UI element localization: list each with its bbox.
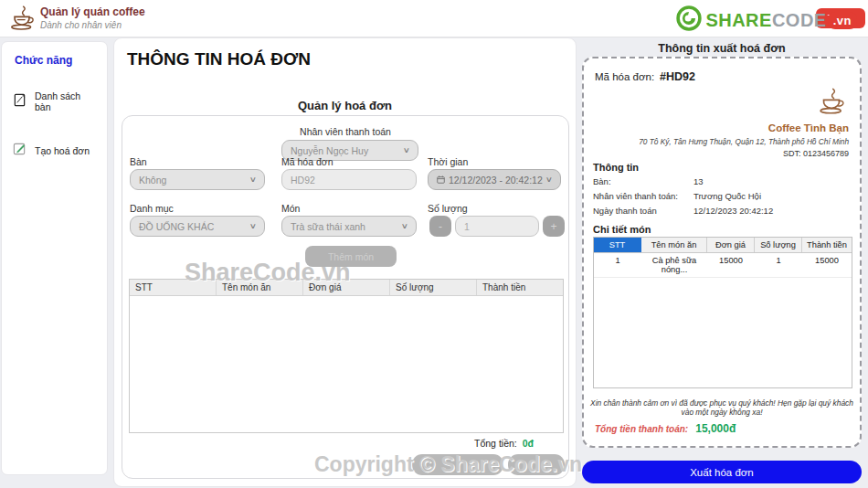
- receipt-info-row-date: Ngày thanh toán 12/12/2023 20:42:12: [593, 206, 657, 216]
- receipt-invoice-code: #HD92: [660, 70, 695, 83]
- sidebar-item-label: Danh sách bàn: [35, 90, 96, 112]
- table-select-value: Không: [139, 175, 166, 186]
- chevron-down-icon: ∨: [401, 222, 408, 230]
- sharecode-vn-badge: .vn: [828, 12, 857, 29]
- info-value: 13: [693, 176, 704, 186]
- cashier-select-value: Nguyễn Ngọc Huy: [291, 145, 368, 156]
- form-action-button-2[interactable]: [508, 454, 565, 475]
- col-header-thanh-tien[interactable]: Thành tiền: [477, 280, 563, 295]
- add-dish-button[interactable]: Thêm món: [305, 246, 397, 267]
- create-invoice-pencil-icon: [13, 142, 26, 159]
- table-select[interactable]: Không ∨: [130, 169, 265, 190]
- cell-ten-mon-an: Cà phê sữa nóng...: [641, 253, 707, 277]
- col-header-stt[interactable]: STT: [130, 280, 217, 295]
- receipt-coffee-cup-icon: [816, 86, 847, 121]
- info-label: Nhân viên thanh toán:: [593, 191, 678, 201]
- receipt-grand-total: Tổng tiền thanh toán:15,000đ: [595, 422, 736, 435]
- receipt-preview: Mã hóa đơn:#HD92 Coffee Tình Bạn 70 Tô K…: [582, 57, 862, 448]
- top-bar: Quản lý quán coffee Dành cho nhân viên T…: [0, 0, 868, 37]
- info-value: Trương Quốc Hội: [693, 191, 761, 201]
- invoice-items-table-header: STT Tên món ăn Đơn giá Số lượng Thành ti…: [130, 280, 563, 296]
- receipt-invoice-line: Mã hóa đơn:#HD92: [595, 70, 695, 83]
- invoice-info-panel: THÔNG TIN HOÁ ĐƠN Quản lý hoá đơn Nhân v…: [113, 37, 577, 487]
- receipt-info-row-cashier: Nhân viên thanh toán: Trương Quốc Hội: [593, 191, 678, 201]
- col-header-so-luong[interactable]: Số lượng: [390, 280, 477, 295]
- sharecode-logo[interactable]: SHARECODE.vn: [675, 5, 857, 36]
- time-label: Thời gian: [428, 156, 468, 167]
- form-action-button-1[interactable]: [412, 454, 503, 475]
- sidebar-item-tao-hoa-don[interactable]: Tạo hoá đơn: [2, 127, 107, 174]
- quantity-plus-button[interactable]: +: [543, 216, 565, 237]
- sidebar-heading: Chức năng: [2, 42, 107, 76]
- col-header-don-gia[interactable]: Đơn giá: [707, 238, 755, 252]
- col-header-thanh-tien[interactable]: Thành tiền: [802, 238, 852, 252]
- sharecode-code-text: CODE: [772, 10, 827, 31]
- receipt-info-heading: Thông tin: [593, 162, 639, 173]
- receipt-detail-heading: Chi tiết món: [593, 224, 651, 235]
- receipt-panel-title: Thông tin xuất hoá đơn: [580, 42, 863, 55]
- quantity-label: Số lượng: [428, 203, 468, 214]
- chevron-down-icon: ∨: [403, 146, 410, 154]
- cell-stt: 1: [594, 253, 641, 277]
- calendar-icon: [437, 175, 445, 186]
- app-subtitle: Dành cho nhân viên: [40, 20, 145, 30]
- grand-total-value: 15,000đ: [695, 422, 736, 435]
- export-invoice-button[interactable]: Xuất hóa đơn: [582, 461, 862, 483]
- category-select[interactable]: ĐỒ UỐNG KHÁC ∨: [130, 216, 265, 237]
- sidebar-item-label: Tạo hoá đơn: [35, 145, 90, 156]
- col-header-don-gia[interactable]: Đơn giá: [303, 280, 390, 295]
- form-section-title: Quản lý hoá đơn: [114, 99, 576, 112]
- dish-select-value: Trà sữa thái xanh: [291, 221, 365, 232]
- grand-total-label: Tổng tiền thanh toán:: [595, 424, 688, 434]
- receipt-invoice-label: Mã hóa đơn:: [595, 71, 654, 82]
- invoice-items-table: STT Tên món ăn Đơn giá Số lượng Thành ti…: [129, 279, 564, 433]
- chevron-down-icon: ∨: [249, 222, 257, 230]
- sharecode-share-text: SHARE: [705, 10, 772, 31]
- app-title: Quản lý quán coffee: [40, 5, 145, 18]
- total-row: Tổng tiền:0đ: [474, 438, 534, 449]
- table-label: Bàn: [130, 156, 147, 167]
- time-value: 12/12/2023 - 20:42:12: [449, 175, 543, 186]
- sidebar-item-danh-sach-ban[interactable]: Danh sách bàn: [2, 76, 107, 127]
- time-picker[interactable]: 12/12/2023 - 20:42:12 ∨: [428, 169, 561, 190]
- total-label: Tổng tiền:: [474, 438, 517, 449]
- info-label: Ngày thanh toán: [593, 206, 657, 216]
- sidebar: Chức năng Danh sách bàn Tạo hoá đơn: [1, 41, 108, 475]
- shop-phone: SDT: 0123456789: [783, 149, 849, 158]
- invoice-form: Nhân viên thanh toán Nguyễn Ngọc Huy ∨ B…: [122, 115, 569, 479]
- chevron-down-icon: ∨: [249, 175, 257, 184]
- sharecode-logo-icon: [675, 5, 703, 36]
- category-label: Danh mục: [130, 203, 174, 214]
- info-value: 12/12/2023 20:42:12: [693, 206, 773, 216]
- coffee-cup-icon: [7, 4, 37, 37]
- invoice-code-label: Mã hóa đơn: [281, 156, 333, 167]
- col-header-ten-mon-an[interactable]: Tên món ăn: [217, 280, 303, 295]
- chevron-down-icon: ∨: [545, 175, 553, 184]
- dish-select[interactable]: Trà sữa thái xanh ∨: [281, 216, 417, 237]
- info-label: Bàn:: [593, 176, 611, 186]
- receipt-detail-table-row[interactable]: 1 Cà phê sữa nóng... 15000 1 15000: [594, 253, 852, 278]
- invoice-code-value: HD92: [291, 175, 315, 186]
- receipt-thanks-message: Xin chân thành cảm ơn vì đã được phục vụ…: [589, 398, 854, 417]
- cell-so-luong: 1: [755, 253, 802, 277]
- col-header-so-luong[interactable]: Số lượng: [755, 238, 802, 252]
- receipt-detail-table-header: STT Tên món ăn Đơn giá Số lượng Thành ti…: [594, 238, 852, 253]
- cell-thanh-tien: 15000: [802, 253, 852, 277]
- col-header-stt[interactable]: STT: [594, 238, 641, 252]
- quantity-minus-button[interactable]: -: [429, 216, 451, 237]
- col-header-ten-mon-an[interactable]: Tên món ăn: [641, 238, 707, 252]
- total-value: 0đ: [523, 438, 534, 449]
- category-select-value: ĐỒ UỐNG KHÁC: [139, 221, 214, 232]
- table-list-icon: [13, 93, 26, 111]
- shop-name: Coffee Tình Bạn: [768, 122, 849, 133]
- quantity-value: 1: [464, 221, 470, 232]
- receipt-detail-table: STT Tên món ăn Đơn giá Số lượng Thành ti…: [593, 237, 852, 388]
- shop-address: 70 Tô Ký, Tân Hưng Thuận, Quận 12, Thành…: [639, 137, 849, 146]
- dish-label: Món: [281, 203, 300, 214]
- page-title: THÔNG TIN HOÁ ĐƠN: [127, 49, 311, 69]
- cashier-label: Nhân viên thanh toán: [122, 126, 568, 137]
- invoice-code-input[interactable]: HD92: [281, 169, 417, 190]
- quantity-input[interactable]: 1: [455, 216, 539, 237]
- receipt-info-row-table: Bàn: 13: [593, 176, 611, 186]
- cell-don-gia: 15000: [707, 253, 755, 277]
